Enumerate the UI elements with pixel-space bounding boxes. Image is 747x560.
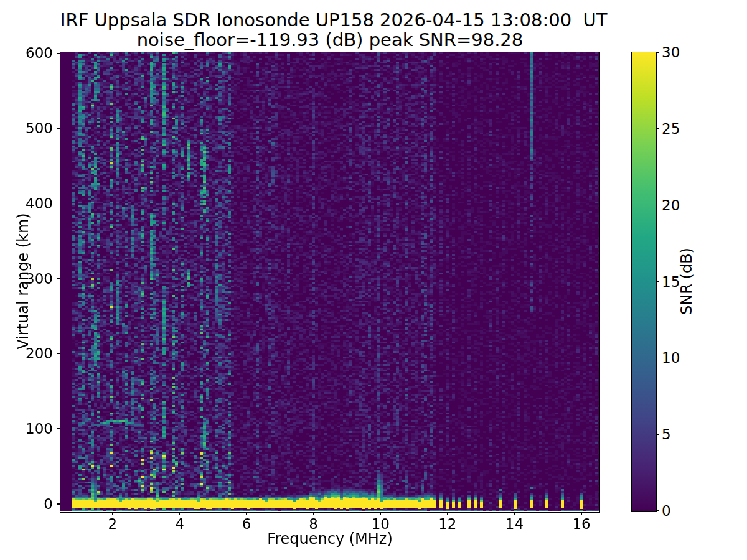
x-tick-mark	[179, 512, 180, 515]
plot-border	[60, 52, 600, 513]
y-tick-mark	[57, 428, 60, 429]
x-tick-label: 10	[362, 516, 399, 531]
x-axis-label: Frequency (MHz)	[60, 530, 599, 548]
y-tick-mark	[57, 503, 60, 504]
x-tick-mark	[581, 512, 581, 515]
y-tick-mark	[57, 278, 60, 279]
x-tick-mark	[514, 512, 515, 515]
x-tick-mark	[112, 512, 113, 515]
y-tick-label: 500	[12, 119, 53, 137]
chart-title: IRF Uppsala SDR Ionosonde UP158 2026-04-…	[60, 11, 599, 29]
y-tick-label: 100	[12, 420, 53, 437]
colorbar-tick-label: 5	[662, 426, 699, 443]
y-tick-mark	[57, 53, 60, 54]
y-tick-label: 400	[12, 195, 53, 212]
y-tick-mark	[57, 353, 60, 354]
chart-subtitle: noise_floor=-119.93 (dB) peak SNR=98.28	[60, 30, 599, 49]
x-tick-label: 16	[563, 516, 600, 531]
x-tick-label: 4	[161, 516, 199, 531]
x-tick-label: 8	[295, 516, 332, 531]
y-tick-label: 600	[12, 44, 53, 62]
x-tick-label: 6	[228, 516, 265, 531]
y-tick-label: 0	[12, 495, 53, 513]
x-tick-mark	[380, 512, 381, 515]
x-tick-label: 2	[94, 516, 131, 531]
x-tick-mark	[447, 512, 448, 515]
x-tick-mark	[246, 512, 247, 515]
colorbar-tick-label: 0	[662, 502, 699, 520]
x-tick-label: 14	[496, 516, 533, 531]
colorbar-tick-label: 30	[662, 44, 699, 61]
colorbar-label-text: SNR (dB)	[678, 248, 695, 315]
x-tick-label: 12	[429, 516, 466, 531]
colorbar-gradient	[632, 52, 656, 511]
colorbar	[631, 52, 657, 512]
x-tick-mark	[313, 512, 314, 515]
y-axis-label-text: Virtual range (km)	[14, 213, 32, 349]
y-tick-mark	[57, 128, 60, 128]
colorbar-tick-label: 20	[662, 197, 699, 214]
colorbar-tick-label: 25	[662, 120, 699, 138]
ionogram-figure: IRF Uppsala SDR Ionosonde UP158 2026-04-…	[0, 0, 747, 560]
y-tick-mark	[57, 203, 60, 203]
colorbar-tick-label: 10	[662, 349, 699, 366]
